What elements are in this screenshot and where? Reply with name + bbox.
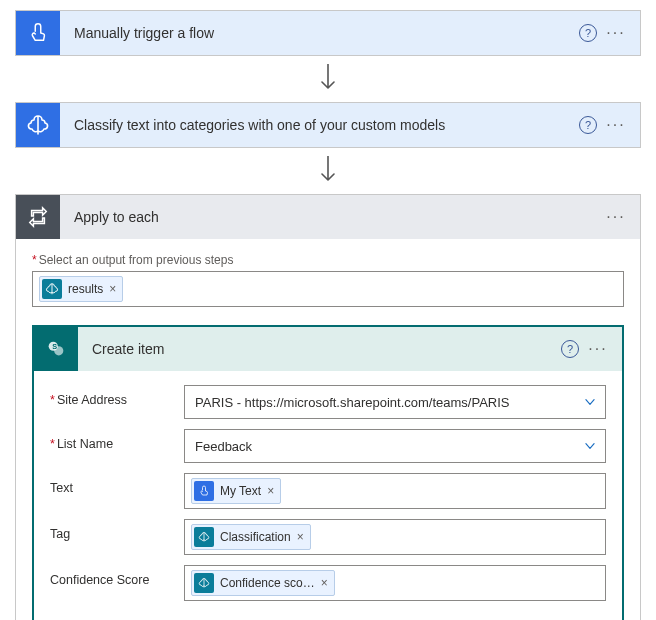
touch-icon xyxy=(16,11,60,55)
site-address-select[interactable]: PARIS - https://microsoft.sharepoint.com… xyxy=(184,385,606,419)
step-title: Manually trigger a flow xyxy=(60,25,574,41)
more-button[interactable]: ··· xyxy=(602,203,630,231)
token-confidence-score[interactable]: Confidence sco… × xyxy=(191,570,335,596)
token-label: My Text xyxy=(220,484,261,498)
step-title: Apply to each xyxy=(60,209,602,225)
svg-text:S: S xyxy=(52,342,57,351)
connector-arrow xyxy=(15,148,641,194)
token-label: results xyxy=(68,282,103,296)
form-body: Site Address PARIS - https://microsoft.s… xyxy=(34,371,622,620)
connector-arrow xyxy=(15,56,641,102)
more-icon: ··· xyxy=(588,340,607,358)
token-label: Confidence sco… xyxy=(220,576,315,590)
more-button[interactable]: ··· xyxy=(602,111,630,139)
sharepoint-icon: S xyxy=(34,327,78,371)
list-name-select[interactable]: Feedback xyxy=(184,429,606,463)
step-title: Classify text into categories with one o… xyxy=(60,117,574,133)
touch-icon xyxy=(194,481,214,501)
token-my-text[interactable]: My Text × xyxy=(191,478,281,504)
more-button[interactable]: ··· xyxy=(602,19,630,47)
step-title: Create item xyxy=(78,341,556,357)
apply-body: Select an output from previous steps res… xyxy=(16,239,640,620)
ai-icon xyxy=(194,527,214,547)
label-site-address: Site Address xyxy=(50,385,184,407)
site-address-value: PARIS - https://microsoft.sharepoint.com… xyxy=(195,395,510,410)
row-text: Text My Text × xyxy=(50,473,606,509)
loop-icon xyxy=(16,195,60,239)
token-remove[interactable]: × xyxy=(297,530,304,544)
token-results[interactable]: results × xyxy=(39,276,123,302)
help-button[interactable]: ? xyxy=(574,19,602,47)
show-advanced-options[interactable]: Show advanced options xyxy=(50,611,206,620)
help-icon: ? xyxy=(579,24,597,42)
more-icon: ··· xyxy=(606,116,625,134)
step-classify-text[interactable]: Classify text into categories with one o… xyxy=(15,102,641,148)
step-header: Manually trigger a flow ? ··· xyxy=(16,11,640,55)
confidence-input[interactable]: Confidence sco… × xyxy=(184,565,606,601)
row-tag: Tag Classification × xyxy=(50,519,606,555)
step-header[interactable]: S Create item ? ··· xyxy=(34,327,622,371)
brain-icon xyxy=(16,103,60,147)
token-classification[interactable]: Classification × xyxy=(191,524,311,550)
select-output-input[interactable]: results × xyxy=(32,271,624,307)
step-header: Classify text into categories with one o… xyxy=(16,103,640,147)
more-icon: ··· xyxy=(606,208,625,226)
label-confidence: Confidence Score xyxy=(50,565,184,587)
row-confidence: Confidence Score Confidence sco… × xyxy=(50,565,606,601)
list-name-value: Feedback xyxy=(195,439,252,454)
step-manual-trigger[interactable]: Manually trigger a flow ? ··· xyxy=(15,10,641,56)
step-create-item: S Create item ? ··· Site Address PARIS -… xyxy=(32,325,624,620)
chevron-down-icon xyxy=(583,439,597,453)
label-text: Text xyxy=(50,473,184,495)
label-list-name: List Name xyxy=(50,429,184,451)
step-header[interactable]: Apply to each ··· xyxy=(16,195,640,239)
row-list-name: List Name Feedback xyxy=(50,429,606,463)
help-icon: ? xyxy=(561,340,579,358)
help-button[interactable]: ? xyxy=(574,111,602,139)
select-output-label: Select an output from previous steps xyxy=(32,253,624,267)
token-remove[interactable]: × xyxy=(321,576,328,590)
help-button[interactable]: ? xyxy=(556,335,584,363)
label-tag: Tag xyxy=(50,519,184,541)
token-label: Classification xyxy=(220,530,291,544)
tag-input[interactable]: Classification × xyxy=(184,519,606,555)
step-apply-to-each: Apply to each ··· Select an output from … xyxy=(15,194,641,620)
text-input[interactable]: My Text × xyxy=(184,473,606,509)
ai-icon xyxy=(194,573,214,593)
more-icon: ··· xyxy=(606,24,625,42)
row-site-address: Site Address PARIS - https://microsoft.s… xyxy=(50,385,606,419)
token-remove[interactable]: × xyxy=(109,282,116,296)
ai-icon xyxy=(42,279,62,299)
help-icon: ? xyxy=(579,116,597,134)
more-button[interactable]: ··· xyxy=(584,335,612,363)
chevron-down-icon xyxy=(583,395,597,409)
token-remove[interactable]: × xyxy=(267,484,274,498)
